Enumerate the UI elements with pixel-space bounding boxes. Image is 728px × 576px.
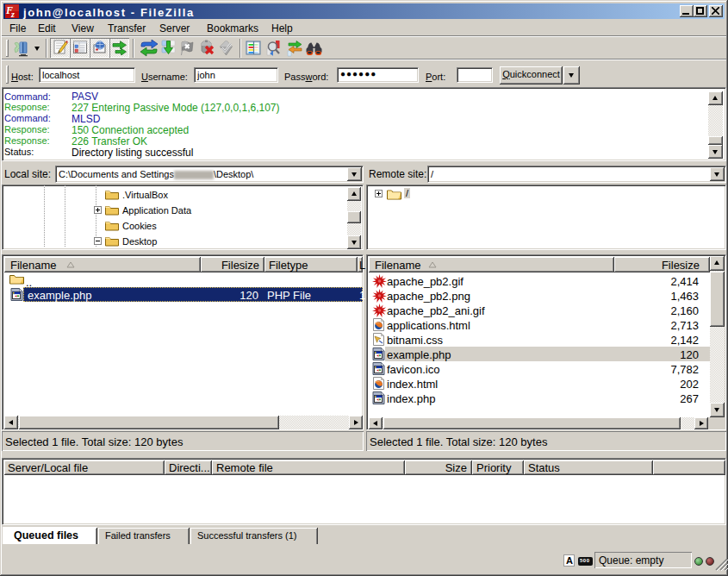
svg-text:z: z bbox=[10, 9, 15, 19]
